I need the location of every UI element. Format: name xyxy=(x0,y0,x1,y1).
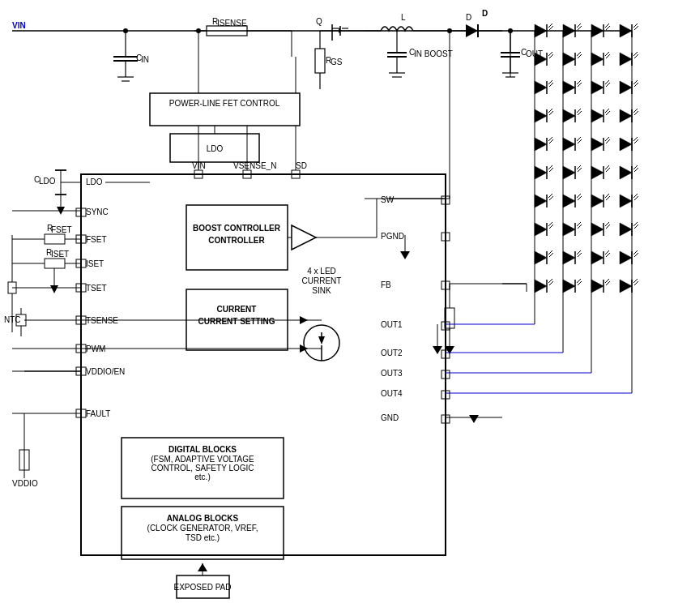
svg-marker-172 xyxy=(535,251,547,264)
vddio-label: VDDIO xyxy=(12,479,38,488)
digital-blocks-detail3: etc.) xyxy=(194,473,210,481)
analog-blocks-detail2: TSD etc.) xyxy=(186,533,220,542)
svg-point-302 xyxy=(196,28,201,33)
svg-marker-308 xyxy=(300,316,308,324)
svg-marker-176 xyxy=(563,251,575,264)
svg-marker-108 xyxy=(535,138,547,151)
svg-marker-124 xyxy=(535,166,547,179)
svg-marker-76 xyxy=(535,81,547,94)
svg-marker-261 xyxy=(198,563,207,571)
boost-controller-label1: BOOST CONTROLLER xyxy=(193,224,281,233)
iset-pin-label: ISET xyxy=(86,259,104,268)
svg-marker-192 xyxy=(563,280,575,293)
svg-rect-222 xyxy=(45,259,65,268)
svg-rect-218 xyxy=(45,234,65,244)
svg-point-303 xyxy=(447,28,452,33)
svg-text:FSET: FSET xyxy=(51,225,72,234)
ldo-pin-label: LDO xyxy=(86,178,103,186)
led-array xyxy=(535,24,638,293)
fb-pin-label: FB xyxy=(381,280,391,289)
sd-label: SD xyxy=(296,161,307,170)
svg-marker-136 xyxy=(620,166,632,179)
svg-marker-152 xyxy=(620,195,632,207)
svg-marker-25 xyxy=(466,24,478,37)
svg-marker-88 xyxy=(620,81,632,94)
cin-sub: IN xyxy=(141,55,149,64)
d-output-label: D xyxy=(482,9,488,18)
svg-point-304 xyxy=(508,28,513,33)
tset-pin-label: TSET xyxy=(86,284,107,293)
svg-marker-188 xyxy=(535,280,547,293)
svg-text:GS: GS xyxy=(331,58,343,66)
svg-marker-254 xyxy=(433,346,442,354)
svg-marker-246 xyxy=(400,251,410,259)
fset-pin-label: FSET xyxy=(86,235,107,244)
sw-pin-label: SW xyxy=(381,195,395,204)
svg-marker-56 xyxy=(620,24,632,37)
q-label: Q xyxy=(316,17,322,26)
svg-marker-168 xyxy=(620,223,632,236)
d-label: D xyxy=(466,13,471,22)
svg-marker-120 xyxy=(620,138,632,151)
svg-text:ISENSE: ISENSE xyxy=(217,19,247,28)
svg-marker-116 xyxy=(591,138,604,151)
svg-marker-242 xyxy=(318,336,325,344)
svg-rect-18 xyxy=(315,49,325,73)
out1-pin-label: OUT1 xyxy=(381,320,403,329)
exposed-pad-label: EXPOSED PAD xyxy=(174,583,232,592)
fault-pin-label: FAULT xyxy=(86,409,110,418)
svg-marker-84 xyxy=(591,81,604,94)
svg-marker-44 xyxy=(535,24,547,37)
svg-marker-72 xyxy=(620,53,632,66)
svg-marker-52 xyxy=(591,24,604,37)
led-sink-label1: 4 x LED xyxy=(307,267,336,276)
svg-marker-112 xyxy=(563,138,575,151)
svg-marker-132 xyxy=(591,166,604,179)
svg-marker-96 xyxy=(563,109,575,122)
boost-controller-label2: CONTROLLER xyxy=(208,236,265,245)
vsense-n-label: VSENSE_N xyxy=(233,161,276,170)
svg-marker-144 xyxy=(563,195,575,207)
pgnd-pin-label: PGND xyxy=(381,232,404,241)
digital-blocks-label: DIGITAL BLOCKS xyxy=(168,445,237,454)
svg-marker-180 xyxy=(591,251,604,264)
out4-pin-label: OUT4 xyxy=(381,389,403,398)
svg-marker-92 xyxy=(535,109,547,122)
ldo-label: LDO xyxy=(207,144,224,153)
amplifier-symbol xyxy=(292,225,316,250)
svg-marker-68 xyxy=(591,53,604,66)
sync-pin-label: SYNC xyxy=(86,207,109,216)
svg-marker-196 xyxy=(591,280,604,293)
svg-marker-164 xyxy=(591,223,604,236)
gnd-pin-label: GND xyxy=(381,413,399,422)
svg-marker-48 xyxy=(563,24,575,37)
svg-marker-148 xyxy=(591,195,604,207)
ntc-label: NTC xyxy=(4,315,21,324)
analog-blocks-detail1: (CLOCK GENERATOR, VREF, xyxy=(147,524,258,533)
svg-marker-128 xyxy=(563,166,575,179)
out3-pin-label: OUT3 xyxy=(381,369,403,378)
analog-blocks-label: ANALOG BLOCKS xyxy=(167,514,239,523)
svg-text:IN BOOST: IN BOOST xyxy=(414,49,453,58)
svg-text:LDO: LDO xyxy=(39,177,56,186)
digital-blocks-detail2: CONTROL, SAFETY LOGIC xyxy=(151,464,254,473)
svg-point-301 xyxy=(123,28,128,33)
power-line-fet-label: POWER-LINE FET CONTROL xyxy=(169,99,280,108)
schematic-diagram: VIN C IN R ISENSE Q R GS L D C IN BOOST xyxy=(0,0,691,616)
svg-marker-200 xyxy=(620,280,632,293)
svg-marker-104 xyxy=(620,109,632,122)
vddio-en-pin-label: VDDIO/EN xyxy=(86,367,125,376)
svg-marker-140 xyxy=(535,195,547,207)
svg-text:ISET: ISET xyxy=(51,250,69,259)
svg-marker-156 xyxy=(535,223,547,236)
led-sink-label2: CURRENT xyxy=(302,276,342,285)
l-label: L xyxy=(401,13,406,22)
svg-marker-100 xyxy=(591,109,604,122)
current-setting-label2: CURRENT SETTING xyxy=(198,317,275,326)
svg-marker-64 xyxy=(563,53,575,66)
digital-blocks-detail1: (FSM, ADAPTIVE VOLTAGE xyxy=(151,455,254,464)
svg-marker-80 xyxy=(563,81,575,94)
svg-marker-184 xyxy=(620,251,632,264)
svg-marker-259 xyxy=(469,415,479,423)
vin-label: VIN xyxy=(12,21,26,30)
